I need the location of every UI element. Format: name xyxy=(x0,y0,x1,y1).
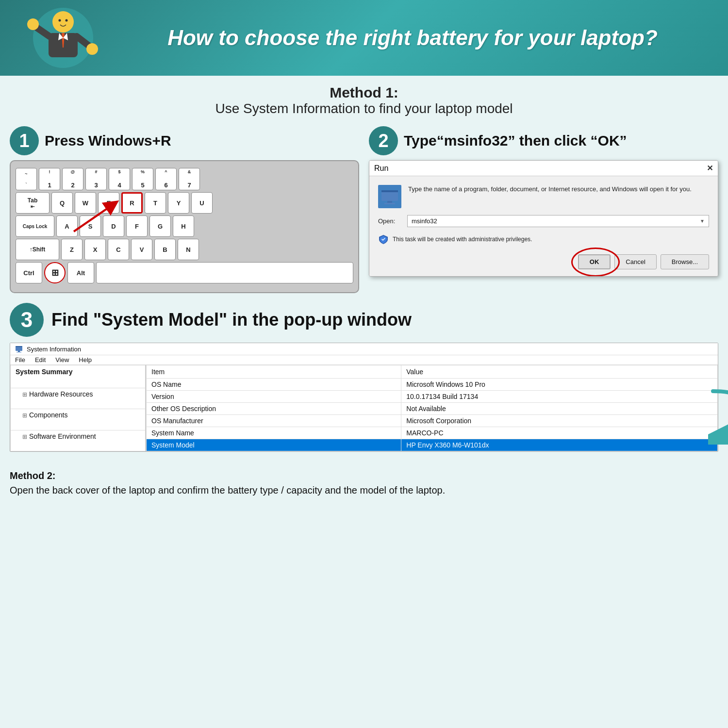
key-7[interactable]: &7 xyxy=(179,168,200,190)
run-admin-text: This task will be created with administr… xyxy=(393,236,532,243)
run-input-value: msinfo32 xyxy=(412,217,437,225)
key-3[interactable]: #3 xyxy=(85,168,107,190)
key-w[interactable]: W xyxy=(75,192,96,214)
sysinfo-title: System Information xyxy=(27,346,81,353)
run-close-button[interactable]: ✕ xyxy=(707,164,713,173)
menu-edit[interactable]: Edit xyxy=(35,356,46,364)
step1-text: Press Windows+R xyxy=(45,132,171,149)
person-illustration-icon xyxy=(19,6,107,69)
run-desc-row: Type the name of a program, folder, docu… xyxy=(378,185,709,208)
run-body: Type the name of a program, folder, docu… xyxy=(369,176,718,276)
table-row: Version 10.0.17134 Build 17134 xyxy=(147,391,718,403)
key-t[interactable]: T xyxy=(145,192,166,214)
step2-heading: 2 Type“msinfo32” then click “OK” xyxy=(369,126,718,155)
key-q[interactable]: Q xyxy=(51,192,73,214)
key-h[interactable]: H xyxy=(173,215,194,237)
run-program-icon xyxy=(378,185,401,208)
key-row-4: ↑Shift Z X C V B N xyxy=(16,239,353,260)
key-g[interactable]: G xyxy=(149,215,171,237)
key-tilde[interactable]: ~` xyxy=(16,168,37,190)
key-tab[interactable]: Tab⇤ xyxy=(16,192,50,214)
svg-point-1 xyxy=(52,11,74,33)
run-open-label: Open: xyxy=(378,217,402,225)
step3-number: 3 xyxy=(10,303,44,337)
tree-row-hardware: ⊞Hardware Resources xyxy=(11,388,146,409)
key-capslock[interactable]: Caps Lock xyxy=(16,215,54,237)
run-dialog: Run ✕ Type the name of a program, folder… xyxy=(369,160,718,277)
step3-heading: 3 Find "System Model" in the pop-up wind… xyxy=(10,303,718,337)
key-r[interactable]: R xyxy=(121,192,143,214)
step1-panel: 1 Press Windows+R ~` !1 @2 #3 $4 %5 ^6 &… xyxy=(10,126,359,293)
method2-label: Method 2: xyxy=(10,470,55,481)
run-open-row: Open: msinfo32 ▼ xyxy=(378,215,709,227)
key-x[interactable]: X xyxy=(84,239,106,260)
key-s[interactable]: S xyxy=(80,215,101,237)
header: How to choose the right battery for your… xyxy=(0,0,728,76)
menu-file[interactable]: File xyxy=(15,356,25,364)
sysinfo-window: System Information File Edit View Help S… xyxy=(10,343,718,452)
method1-label: Method 1: xyxy=(15,84,713,101)
run-titlebar: Run ✕ xyxy=(369,161,718,176)
tree-row-summary: System Summary xyxy=(11,365,146,388)
key-c[interactable]: C xyxy=(108,239,129,260)
key-b[interactable]: B xyxy=(154,239,176,260)
key-y[interactable]: Y xyxy=(168,192,189,214)
key-space[interactable] xyxy=(96,262,353,283)
col-value: Value xyxy=(401,365,718,379)
svg-rect-17 xyxy=(384,203,395,204)
key-shift[interactable]: ↑Shift xyxy=(16,239,59,260)
table-row: Other OS Description Not Available xyxy=(147,403,718,415)
run-browse-button[interactable]: Browse... xyxy=(661,254,709,269)
table-row-system-model: System Model HP Envy X360 M6-W101dx xyxy=(147,439,718,451)
step2-number: 2 xyxy=(369,126,398,155)
menu-view[interactable]: View xyxy=(55,356,69,364)
menu-help[interactable]: Help xyxy=(79,356,92,364)
key-2[interactable]: @2 xyxy=(62,168,83,190)
key-4[interactable]: $4 xyxy=(109,168,130,190)
table-row: System Name MARCO-PC xyxy=(147,427,718,439)
key-6[interactable]: ^6 xyxy=(155,168,177,190)
key-windows[interactable]: ⊞ xyxy=(44,262,66,283)
key-n[interactable]: N xyxy=(178,239,199,260)
key-a[interactable]: A xyxy=(56,215,78,237)
key-alt[interactable]: Alt xyxy=(67,262,94,283)
svg-rect-20 xyxy=(18,351,20,352)
key-5[interactable]: %5 xyxy=(132,168,153,190)
method2-text: Method 2: Open the back cover of the lap… xyxy=(10,468,718,497)
svg-rect-16 xyxy=(387,201,392,203)
key-v[interactable]: V xyxy=(131,239,152,260)
run-shield-icon xyxy=(378,234,389,245)
method2-section: Method 2: Open the back cover of the lap… xyxy=(0,463,728,507)
svg-point-11 xyxy=(86,43,98,55)
svg-point-3 xyxy=(66,19,68,22)
svg-rect-15 xyxy=(381,190,398,192)
run-title: Run xyxy=(374,164,388,173)
svg-rect-21 xyxy=(17,352,21,352)
run-description: Type the name of a program, folder, docu… xyxy=(408,185,692,194)
key-row-2: Tab⇤ Q W E R T Y U xyxy=(16,192,353,214)
key-z[interactable]: Z xyxy=(61,239,83,260)
step2-panel: 2 Type“msinfo32” then click “OK” Run ✕ xyxy=(369,126,718,293)
steps-row: 1 Press Windows+R ~` !1 @2 #3 $4 %5 ^6 &… xyxy=(0,121,728,298)
key-1[interactable]: !1 xyxy=(39,168,60,190)
key-row-5: Ctrl ⊞ Alt xyxy=(16,262,353,283)
step1-heading: 1 Press Windows+R xyxy=(10,126,359,155)
key-f[interactable]: F xyxy=(126,215,148,237)
method2-description: Open the back cover of the laptop and co… xyxy=(10,485,445,496)
run-ok-button[interactable]: OK xyxy=(578,254,611,269)
method1-section: Method 1: Use System Information to find… xyxy=(0,76,728,121)
sysinfo-menubar: File Edit View Help xyxy=(10,355,718,365)
run-cancel-button[interactable]: Cancel xyxy=(614,254,656,269)
sysinfo-window-icon xyxy=(15,345,23,353)
run-open-input[interactable]: msinfo32 ▼ xyxy=(407,215,709,227)
step3-section: 3 Find "System Model" in the pop-up wind… xyxy=(0,298,728,463)
key-ctrl[interactable]: Ctrl xyxy=(16,262,42,283)
sysinfo-titlebar: System Information xyxy=(10,343,718,355)
key-d[interactable]: D xyxy=(103,215,124,237)
key-u[interactable]: U xyxy=(191,192,213,214)
keyboard: ~` !1 @2 #3 $4 %5 ^6 &7 Tab⇤ Q W E R T Y… xyxy=(10,160,359,293)
sysinfo-tree: System Summary ⊞Hardware Resources ⊞Comp… xyxy=(10,365,146,451)
tree-row-software: ⊞Software Environment xyxy=(11,430,146,451)
key-e[interactable]: E xyxy=(98,192,119,214)
run-dropdown-icon[interactable]: ▼ xyxy=(700,218,705,224)
